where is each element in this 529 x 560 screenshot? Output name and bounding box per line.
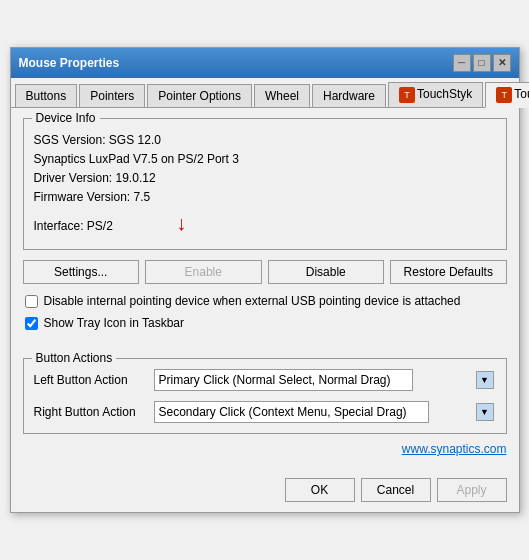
window: Mouse Properties ─ □ ✕ Buttons Pointers … [10,47,520,514]
show-tray-checkbox[interactable] [25,317,38,330]
cancel-button[interactable]: Cancel [361,478,431,502]
left-button-select[interactable]: Primary Click (Normal Select, Normal Dra… [154,369,413,391]
show-tray-row: Show Tray Icon in Taskbar [23,316,507,330]
synaptics-link-row: www.synaptics.com [23,442,507,456]
content-area: Device Info SGS Version: SGS 12.0 Synapt… [11,108,519,473]
settings-button[interactable]: Settings... [23,260,140,284]
left-select-wrapper: Primary Click (Normal Select, Normal Dra… [154,369,496,391]
window-title: Mouse Properties [19,56,120,70]
close-button[interactable]: ✕ [493,54,511,72]
tab-hardware[interactable]: Hardware [312,84,386,107]
tab-buttons[interactable]: Buttons [15,84,78,107]
apply-button[interactable]: Apply [437,478,507,502]
tab-touchpad[interactable]: TTouchPad [485,82,529,108]
synaptics-link[interactable]: www.synaptics.com [402,442,507,456]
tab-bar: Buttons Pointers Pointer Options Wheel H… [11,78,519,108]
right-button-row: Right Button Action Secondary Click (Con… [34,401,496,423]
disable-button[interactable]: Disable [268,260,385,284]
disable-internal-checkbox[interactable] [25,295,38,308]
button-actions-label: Button Actions [32,351,117,365]
touchpad-icon: T [496,87,512,103]
arrow-icon: ↓ [176,207,186,239]
right-select-arrow-icon: ▼ [476,403,494,421]
tab-pointers[interactable]: Pointers [79,84,145,107]
info-line-3: Driver Version: 19.0.12 [34,169,496,188]
restore-defaults-button[interactable]: Restore Defaults [390,260,507,284]
minimize-button[interactable]: ─ [453,54,471,72]
device-info-group: Device Info SGS Version: SGS 12.0 Synapt… [23,118,507,251]
footer: OK Cancel Apply [11,472,519,512]
right-select-wrapper: Secondary Click (Context Menu, Special D… [154,401,496,423]
device-info-text: SGS Version: SGS 12.0 Synaptics LuxPad V… [34,131,496,240]
info-line-2: Synaptics LuxPad V7.5 on PS/2 Port 3 [34,150,496,169]
disable-internal-label: Disable internal pointing device when ex… [44,294,461,308]
tab-pointer-options[interactable]: Pointer Options [147,84,252,107]
left-select-arrow-icon: ▼ [476,371,494,389]
tab-touchstyk[interactable]: TTouchStyk [388,82,483,107]
show-tray-label: Show Tray Icon in Taskbar [44,316,185,330]
maximize-button[interactable]: □ [473,54,491,72]
left-button-row: Left Button Action Primary Click (Normal… [34,369,496,391]
info-line-5: Interface: PS/2 ↓ [34,207,496,239]
tab-wheel[interactable]: Wheel [254,84,310,107]
action-buttons-row: Settings... Enable Disable Restore Defau… [23,260,507,284]
right-button-select[interactable]: Secondary Click (Context Menu, Special D… [154,401,429,423]
touchstyk-icon: T [399,87,415,103]
enable-button[interactable]: Enable [145,260,262,284]
ok-button[interactable]: OK [285,478,355,502]
left-button-label: Left Button Action [34,373,154,387]
right-button-label: Right Button Action [34,405,154,419]
title-controls: ─ □ ✕ [453,54,511,72]
title-bar: Mouse Properties ─ □ ✕ [11,48,519,78]
info-line-4: Firmware Version: 7.5 [34,188,496,207]
button-actions-group: Button Actions Left Button Action Primar… [23,358,507,434]
disable-internal-row: Disable internal pointing device when ex… [23,294,507,308]
info-line-1: SGS Version: SGS 12.0 [34,131,496,150]
device-info-label: Device Info [32,111,100,125]
